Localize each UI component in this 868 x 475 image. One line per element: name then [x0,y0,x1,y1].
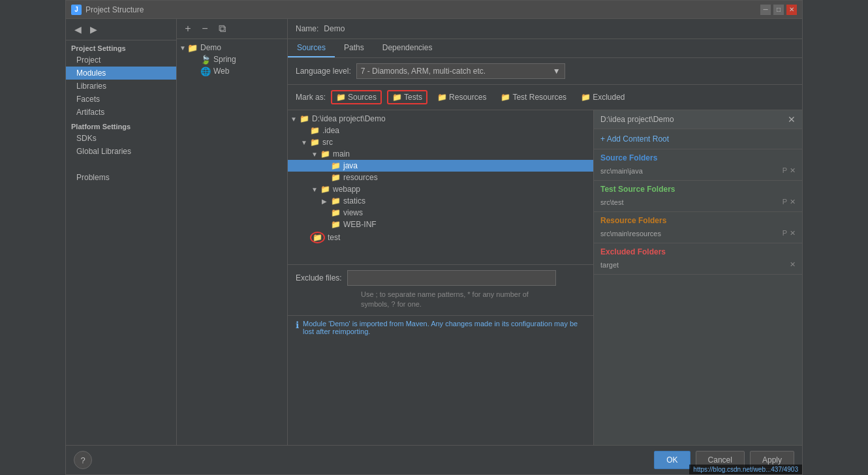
name-label: Name: [296,24,318,33]
test-edit-button[interactable]: Ρ [783,198,787,206]
module-demo[interactable]: ▼ 📁 Demo [177,42,287,54]
test-remove-button[interactable]: ✕ [790,198,796,206]
main-arrow: ▼ [311,151,320,158]
module-tree: ▼ 📁 Demo 🍃 Spring 🌐 Web [177,39,287,445]
source-folders-label: Source Folders [600,153,796,162]
excluded-folders-section: Excluded Folders target ✕ [594,243,802,275]
root-label: D:\idea project\Demo [312,114,386,123]
copy-module-button[interactable]: ⧉ [215,22,229,36]
statics-folder-icon: 📁 [331,196,341,206]
tab-dependencies[interactable]: Dependencies [373,39,442,57]
excluded-remove-button[interactable]: ✕ [790,260,796,269]
tab-paths[interactable]: Paths [335,39,373,57]
excluded-folder-item: target ✕ [600,259,796,270]
sidebar-item-problems[interactable]: Problems [66,171,176,184]
source-folder-actions: Ρ ✕ [783,166,796,175]
test-resources-btn-label: Test Resources [512,93,566,102]
tree-idea[interactable]: 📁 .idea [288,125,593,136]
test-source-folder-item: src\test Ρ ✕ [600,196,796,207]
source-folder-item: src\main\java Ρ ✕ [600,165,796,176]
root-arrow: ▼ [290,115,300,123]
spring-icon: 🍃 [200,55,211,64]
add-module-button[interactable]: + [181,22,195,36]
resource-folders-section: Resource Folders src\main\resources Ρ ✕ [594,212,802,243]
title-bar: J Project Structure ─ □ ✕ [66,1,802,19]
lang-row: Language level: 7 - Diamonds, ARM, multi… [288,58,802,85]
tree-web-inf[interactable]: 📁 WEB-INF [288,219,593,230]
src-label: src [322,138,333,147]
mark-tests-button[interactable]: 📁 Tests [387,90,427,104]
module-web[interactable]: 🌐 Web [177,65,287,77]
test-resources-folder-icon: 📁 [501,93,510,102]
main-label: main [333,149,350,159]
tabs-row: Sources Paths Dependencies [288,39,802,58]
tree-views[interactable]: 📁 views [288,207,593,219]
bottom-section: Exclude files: Use ; to separate name pa… [288,264,593,315]
mark-sources-button[interactable]: 📁 Sources [331,90,382,104]
project-settings-label: Project Settings [66,40,176,54]
source-edit-button[interactable]: Ρ [783,166,787,175]
add-content-root-button[interactable]: + Add Content Root [594,129,802,149]
file-tree-panel: ▼ 📁 D:\idea project\Demo 📁 .idea [288,110,593,445]
window-title: Project Structure [85,5,760,14]
mark-test-resources-button[interactable]: 📁 Test Resources [496,91,571,104]
back-button[interactable]: ◀ [71,23,84,36]
forward-button[interactable]: ▶ [87,23,100,36]
views-folder-icon: 📁 [331,208,341,217]
tree-test[interactable]: 📁 test [288,230,593,245]
lang-label: Language level: [296,67,351,76]
tree-webapp[interactable]: ▼ 📁 webapp [288,183,593,195]
ok-button[interactable]: OK [654,451,690,469]
tree-resources[interactable]: 📁 resources [288,172,593,183]
src-arrow: ▼ [301,139,310,146]
info-panel-close-button[interactable]: ✕ [788,114,796,125]
mark-resources-button[interactable]: 📁 Resources [433,91,491,104]
close-button[interactable]: ✕ [786,5,797,15]
sidebar-item-sdks[interactable]: SDKs [66,132,176,145]
resources-folder-icon: 📁 [331,173,341,182]
help-button[interactable]: ? [74,451,92,469]
resources-folder-icon: 📁 [437,93,447,102]
sidebar-item-facets[interactable]: Facets [66,93,176,106]
mark-row: Mark as: 📁 Sources 📁 Tests 📁 Resources 📁… [288,85,802,110]
tree-statics[interactable]: ▶ 📁 statics [288,195,593,207]
module-folder-icon: 📁 [187,43,198,52]
module-spring[interactable]: 🍃 Spring [177,54,287,65]
tab-sources[interactable]: Sources [288,39,335,57]
tree-root[interactable]: ▼ 📁 D:\idea project\Demo [288,113,593,125]
sidebar-item-libraries[interactable]: Libraries [66,80,176,93]
resource-remove-button[interactable]: ✕ [790,229,796,238]
remove-module-button[interactable]: − [198,22,212,36]
test-source-folder-actions: Ρ ✕ [783,198,796,206]
tests-btn-label: Tests [404,93,422,102]
exclude-input[interactable] [347,270,556,286]
info-panel: D:\idea project\Demo ✕ + Add Content Roo… [593,110,802,445]
tree-java[interactable]: 📁 java [288,160,593,172]
resource-edit-button[interactable]: Ρ [783,229,787,238]
mark-excluded-button[interactable]: 📁 Excluded [576,91,629,104]
resources-label: resources [343,173,378,182]
test-label: test [328,233,340,242]
sidebar-item-global-libraries[interactable]: Global Libraries [66,145,176,158]
views-label: views [343,208,363,217]
maximize-button[interactable]: □ [773,5,784,15]
source-folders-section: Source Folders src\main\java Ρ ✕ [594,149,802,181]
content-area: ▼ 📁 D:\idea project\Demo 📁 .idea [288,110,802,445]
sidebar-item-project[interactable]: Project [66,54,176,67]
tree-main[interactable]: ▼ 📁 main [288,148,593,160]
sidebar-item-artifacts[interactable]: Artifacts [66,106,176,119]
tree-src[interactable]: ▼ 📁 src [288,136,593,148]
lang-select-value: 7 - Diamonds, ARM, multi-catch etc. [361,67,486,76]
hint-text: Use ; to separate name patterns, * for a… [361,290,585,310]
app-icon: J [71,5,82,15]
lang-select[interactable]: 7 - Diamonds, ARM, multi-catch etc. ▼ [356,63,565,79]
minimize-button[interactable]: ─ [760,5,771,15]
tests-folder-icon: 📁 [392,93,402,102]
test-source-folder-path: src\test [600,198,623,206]
name-row: Name: Demo [288,19,802,39]
webapp-arrow: ▼ [311,186,320,193]
resource-folders-label: Resource Folders [600,216,796,225]
sidebar-item-modules[interactable]: Modules [66,67,176,80]
module-panel: + − ⧉ ▼ 📁 Demo 🍃 Spring 🌐 We [177,19,288,445]
source-remove-button[interactable]: ✕ [790,166,796,175]
